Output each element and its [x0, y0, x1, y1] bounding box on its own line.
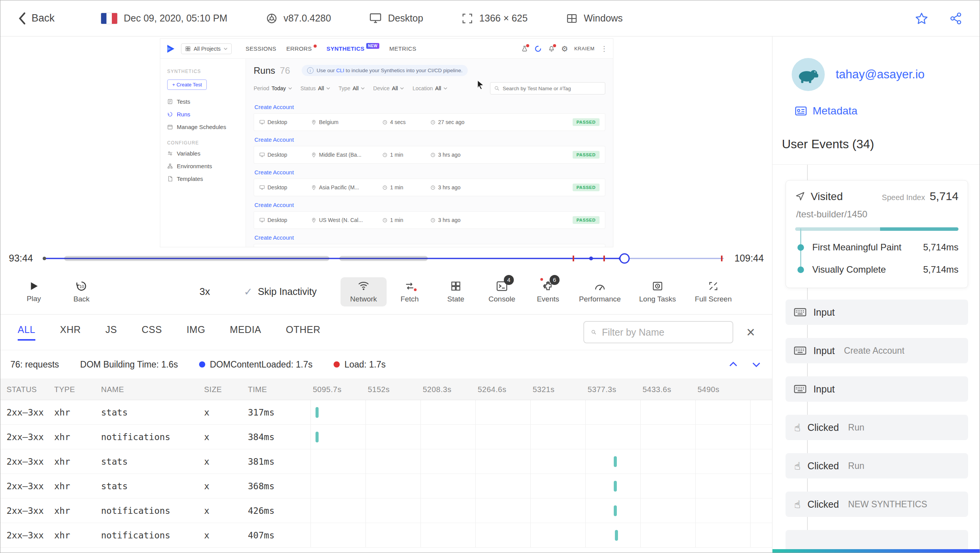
run-item: Create Account — [254, 232, 605, 247]
full-screen-button[interactable]: Full Screen — [686, 277, 740, 306]
paint-metric-row: Visually Complete 5,714ms — [812, 258, 958, 281]
runs-icon — [167, 111, 173, 117]
user-event-card[interactable]: ☝ Input — [786, 376, 968, 402]
network-request-row[interactable]: 2xx–3xx xhr notifications x 426ms — [0, 498, 772, 523]
state-panel-button[interactable]: State — [433, 277, 479, 306]
run-details-row: Desktop Asia Pacific (M... 1 min 3 hrs a… — [254, 179, 605, 196]
test-search-input — [490, 82, 605, 94]
chevron-down-icon — [443, 87, 447, 89]
network-type-tab[interactable]: CSS — [141, 324, 162, 341]
recorded-app-tabs: SESSIONS ERRORS SYNTHETICSNEW METRICS — [246, 45, 416, 52]
network-icon — [358, 281, 369, 291]
load-time: Load: 1.7s — [334, 359, 385, 370]
close-network-panel-button[interactable]: × — [746, 325, 755, 339]
recorded-app-sidebar: SYNTHETICS + Create Test Tests Runs — [160, 59, 246, 247]
resolution-value: 1366 × 625 — [479, 13, 528, 24]
user-event-card[interactable]: ☝ Clicked NEW SYNTHETICS — [786, 492, 968, 517]
request-waterfall-marker — [614, 456, 617, 467]
network-tabs-row: ALLXHRJSCSSIMGMEDIAOTHER × — [0, 315, 772, 350]
user-email[interactable]: tahay@asayer.io — [835, 68, 924, 81]
runs-title: Runs — [254, 65, 275, 76]
network-type-tab[interactable]: MEDIA — [230, 324, 261, 341]
duration-clock-icon — [382, 185, 387, 190]
duration-clock-icon — [382, 120, 387, 125]
speed-toggle[interactable]: 3x — [199, 286, 210, 298]
waterfall-time-label: 5490s — [695, 385, 750, 394]
waterfall-time-label: 5208.3s — [420, 385, 475, 394]
replay-viewport[interactable]: All Projects SESSIONS ERRORS SYNTHETICSN… — [0, 36, 772, 247]
play-button[interactable]: Play — [18, 280, 50, 303]
timeline-row: 93:44 109:44 — [0, 247, 772, 269]
network-type-tab[interactable]: JS — [105, 324, 117, 341]
skip-inactivity-toggle[interactable]: ✓ Skip Inactivity — [244, 286, 316, 298]
metadata-button[interactable]: Metadata — [795, 105, 980, 117]
jump-next-icon[interactable] — [751, 359, 762, 370]
user-event-card[interactable]: ☝ Clicked Run — [786, 453, 968, 478]
filter-dropdown: TypeAll — [339, 85, 365, 91]
user-event-card[interactable]: ☝ Clicked Run — [786, 415, 968, 440]
favorite-star-button[interactable] — [915, 12, 928, 25]
run-name-link: Create Account — [254, 199, 605, 210]
event-marker-red — [721, 255, 723, 261]
back-10-button[interactable]: 10 Back — [65, 280, 98, 303]
network-type-tab[interactable]: OTHER — [286, 324, 321, 341]
variables-icon — [167, 151, 173, 156]
metric-dot-icon — [797, 244, 804, 251]
session-meta: Dec 09, 2020, 05:10 PM v87.0.4280 Deskto… — [101, 13, 623, 24]
recorded-app: All Projects SESSIONS ERRORS SYNTHETICSN… — [160, 38, 613, 247]
hippo-avatar-icon — [796, 63, 820, 86]
filter-dropdown: LocationAll — [412, 85, 447, 91]
user-event-card[interactable]: ☝ Input — [786, 300, 968, 325]
user-event-card[interactable]: ☝ Input Create Account — [786, 338, 968, 363]
share-icon — [949, 12, 962, 25]
network-request-row[interactable]: 2xx–3xx xhr notifications x 407ms — [0, 523, 772, 548]
network-type-tab[interactable]: ALL — [18, 324, 35, 341]
sidebar-item-tests: Tests — [167, 95, 239, 108]
events-panel-button[interactable]: 6 Events — [525, 277, 571, 306]
country-flag-icon — [101, 13, 118, 24]
waterfall-time-label: 5321s — [530, 385, 585, 394]
desktop-icon — [259, 152, 265, 157]
time-ago-clock-icon — [430, 218, 435, 223]
session-info-sidebar: tahay@asayer.io Metadata User Events (34… — [772, 36, 980, 553]
tab-sessions: SESSIONS — [246, 45, 276, 52]
run-name-link: Create Account — [254, 232, 605, 243]
browser-version: v87.0.4280 — [284, 13, 331, 24]
network-request-row[interactable]: 2xx–3xx xhr notifications x 384ms — [0, 425, 772, 449]
long-tasks-panel-button[interactable]: Long Tasks — [629, 277, 686, 306]
load-dot-icon — [334, 361, 340, 368]
network-request-row[interactable]: 2xx–3xx xhr stats x 381ms — [0, 449, 772, 474]
console-panel-button[interactable]: 4 Console — [479, 277, 525, 306]
run-details-row: Desktop US West (N. Cal... 1 min 3 hrs a… — [254, 211, 605, 229]
timeline-start-dot — [43, 257, 46, 260]
chevron-left-icon — [18, 12, 26, 25]
location-pin-icon — [311, 152, 316, 157]
share-button[interactable] — [949, 12, 962, 25]
performance-gauge-icon — [594, 281, 606, 291]
inactivity-segment — [64, 256, 329, 261]
search-icon — [494, 86, 500, 91]
network-request-row[interactable]: 2xx–3xx xhr stats x 317ms — [0, 400, 772, 425]
playhead-handle[interactable] — [619, 253, 630, 263]
dom-building-time: DOM Building Time: 1.6s — [80, 359, 178, 370]
recorded-app-content: Runs 76 iUse our CLI to include your Syn… — [246, 59, 613, 247]
chevron-down-icon — [400, 87, 404, 89]
topbar-actions — [915, 12, 962, 25]
performance-panel-button[interactable]: Performance — [571, 277, 629, 306]
network-type-tab[interactable]: IMG — [186, 324, 205, 341]
tab-synthetics: SYNTHETICSNEW — [327, 45, 380, 52]
paint-metric-row: First Meaningful Paint 5,714ms — [812, 236, 958, 258]
speed-index-label: Speed Index — [882, 193, 925, 202]
network-request-row[interactable]: 2xx–3xx xhr stats x 368ms — [0, 474, 772, 498]
jump-previous-icon[interactable] — [728, 359, 739, 370]
visited-event-card[interactable]: Visited Speed Index 5,714 /test-builder/… — [786, 180, 968, 288]
timeline-track[interactable] — [44, 247, 724, 269]
fetch-panel-button[interactable]: Fetch — [387, 277, 433, 306]
back-button[interactable]: Back — [18, 12, 55, 25]
network-panel-button[interactable]: Network — [341, 277, 387, 306]
sidebar-item-templates: Templates — [167, 172, 239, 185]
keyboard-icon — [794, 385, 806, 393]
keyboard-icon — [794, 308, 806, 316]
network-type-tab[interactable]: XHR — [60, 324, 81, 341]
network-filter-input[interactable] — [602, 327, 726, 338]
